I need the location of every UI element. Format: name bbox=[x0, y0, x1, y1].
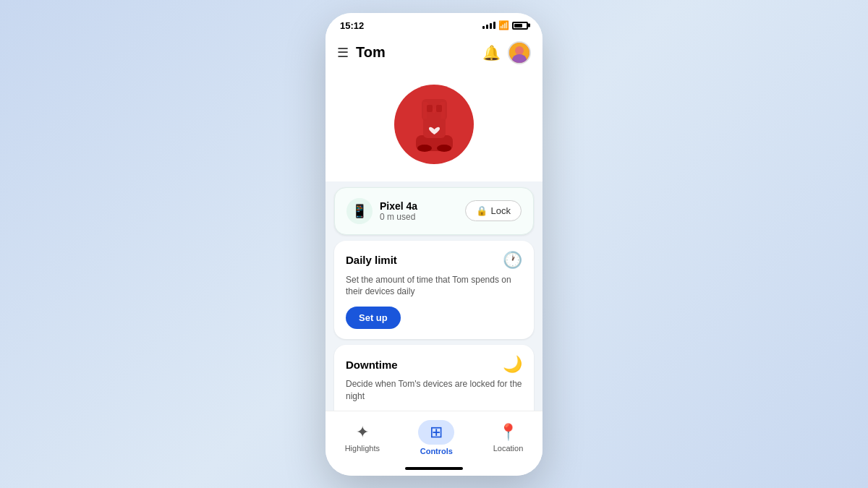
battery-icon bbox=[512, 22, 528, 30]
profile-section bbox=[326, 70, 542, 181]
nav-item-controls[interactable]: ⊞ Controls bbox=[411, 417, 461, 458]
daily-limit-description: Set the amount of time that Tom spends o… bbox=[346, 274, 522, 299]
signal-icon bbox=[482, 22, 495, 29]
svg-point-1 bbox=[515, 46, 524, 55]
highlights-icon: ✦ bbox=[356, 423, 369, 442]
lock-button[interactable]: 🔒 Lock bbox=[465, 200, 522, 221]
clock-icon: 🕐 bbox=[503, 251, 522, 270]
status-time: 15:12 bbox=[340, 20, 364, 31]
device-usage: 0 m used bbox=[380, 212, 417, 222]
status-icons: 📶 bbox=[482, 20, 528, 30]
daily-limit-title: Daily limit bbox=[346, 254, 397, 266]
device-name: Pixel 4a bbox=[380, 200, 417, 212]
device-icon: 📱 bbox=[346, 198, 373, 224]
daily-limit-setup-button[interactable]: Set up bbox=[346, 307, 401, 329]
nav-item-location[interactable]: 📍 Location bbox=[486, 420, 531, 455]
svg-rect-8 bbox=[436, 105, 442, 112]
controls-label: Controls bbox=[420, 447, 453, 455]
downtime-card: Downtime 🌙 Decide when Tom's devices are… bbox=[334, 345, 534, 410]
daily-limit-card: Daily limit 🕐 Set the amount of time tha… bbox=[334, 241, 534, 340]
scroll-content: 📱 Pixel 4a 0 m used 🔒 Lock Daily limit 🕐 bbox=[326, 70, 542, 411]
app-header: ☰ Tom 🔔 bbox=[326, 35, 542, 70]
header-title: Tom bbox=[356, 44, 386, 61]
location-label: Location bbox=[493, 444, 524, 453]
svg-point-9 bbox=[417, 145, 432, 152]
highlights-label: Highlights bbox=[345, 444, 380, 453]
downtime-title: Downtime bbox=[346, 359, 398, 371]
moon-icon: 🌙 bbox=[503, 355, 522, 374]
svg-rect-7 bbox=[427, 105, 433, 112]
bottom-nav: ✦ Highlights ⊞ Controls 📍 Location bbox=[326, 411, 542, 461]
svg-point-10 bbox=[437, 145, 451, 152]
wifi-icon: 📶 bbox=[498, 20, 509, 30]
phone-frame: 15:12 📶 ☰ Tom 🔔 bbox=[326, 13, 542, 476]
device-card: 📱 Pixel 4a 0 m used 🔒 Lock bbox=[334, 187, 534, 235]
status-bar: 15:12 📶 bbox=[326, 13, 542, 35]
avatar[interactable] bbox=[508, 41, 531, 64]
location-icon: 📍 bbox=[498, 423, 518, 442]
home-bar bbox=[405, 467, 463, 470]
home-indicator bbox=[326, 461, 542, 476]
downtime-description: Decide when Tom's devices are locked for… bbox=[346, 378, 522, 403]
bell-icon[interactable]: 🔔 bbox=[482, 44, 501, 61]
controls-icon: ⊞ bbox=[430, 423, 443, 441]
lock-icon: 🔒 bbox=[476, 205, 488, 216]
profile-avatar bbox=[394, 85, 474, 164]
nav-item-highlights[interactable]: ✦ Highlights bbox=[338, 420, 387, 455]
lock-button-label: Lock bbox=[491, 205, 511, 216]
character-illustration bbox=[407, 93, 461, 155]
hamburger-icon[interactable]: ☰ bbox=[337, 45, 349, 61]
